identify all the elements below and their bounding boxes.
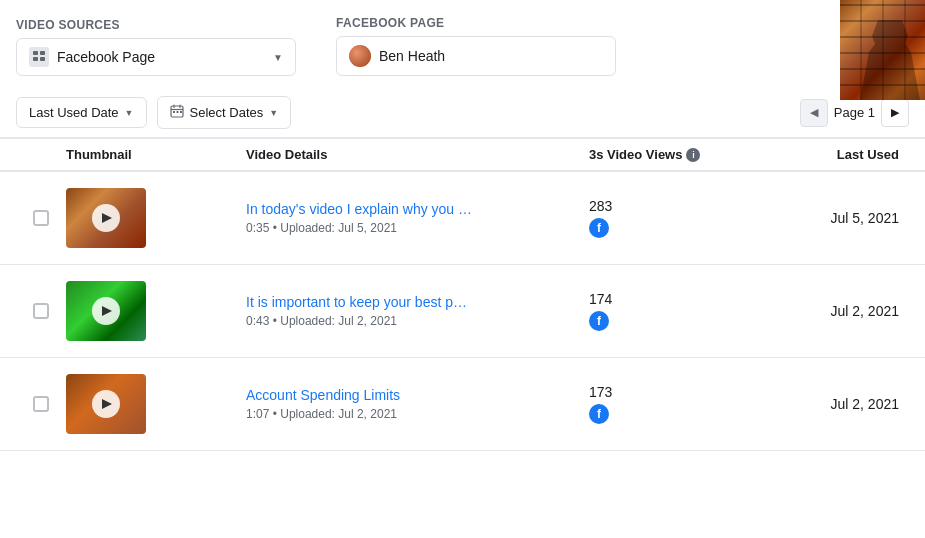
select-dates-arrow: ▼ (269, 108, 278, 118)
row-1-thumbnail-cell (66, 188, 246, 248)
row-3-video-meta: 1:07 • Uploaded: Jul 2, 2021 (246, 407, 569, 421)
table-row: In today's video I explain why you … 0:3… (0, 172, 925, 265)
select-dates-button[interactable]: Select Dates ▼ (157, 96, 292, 129)
row-1-checkbox[interactable] (33, 210, 49, 226)
play-triangle-icon (102, 399, 112, 409)
svg-rect-0 (33, 51, 38, 55)
video-sources-icon (29, 47, 49, 67)
video-sources-dropdown[interactable]: Facebook Page ▼ (16, 38, 296, 76)
table-header: Thumbnail Video Details 3s Video Views i… (0, 137, 925, 172)
col-checkbox (16, 147, 66, 162)
video-sources-label: Video Sources (16, 18, 296, 32)
svg-rect-10 (180, 111, 182, 113)
table-row: Account Spending Limits 1:07 • Uploaded:… (0, 358, 925, 451)
next-page-button[interactable]: ▶ (881, 99, 909, 127)
row-1-views-cell: 283 f (589, 198, 749, 238)
row-1-play-button[interactable] (92, 204, 120, 232)
row-2-video-details: It is important to keep your best p… 0:4… (246, 294, 589, 328)
row-1-thumbnail (66, 188, 146, 248)
prev-page-icon: ◀ (810, 106, 818, 119)
facebook-page-group: Facebook Page Ben Heath (336, 16, 616, 76)
row-3-thumbnail-cell (66, 374, 246, 434)
row-1-video-meta: 0:35 • Uploaded: Jul 5, 2021 (246, 221, 569, 235)
video-sources-value: Facebook Page (57, 49, 265, 65)
video-sources-arrow: ▼ (273, 52, 283, 63)
page-label: Page 1 (834, 105, 875, 120)
row-3-checkbox-cell (16, 396, 66, 412)
svg-rect-9 (176, 111, 178, 113)
table-row: It is important to keep your best p… 0:4… (0, 265, 925, 358)
row-3-play-button[interactable] (92, 390, 120, 418)
select-dates-label: Select Dates (190, 105, 264, 120)
next-page-icon: ▶ (891, 106, 899, 119)
row-3-thumbnail (66, 374, 146, 434)
calendar-icon (170, 104, 184, 121)
row-2-last-used: Jul 2, 2021 (749, 303, 909, 319)
col-3s-views: 3s Video Views i (589, 147, 749, 162)
top-section: Video Sources Facebook Page ▼ Facebook P… (0, 0, 925, 88)
row-3-views-cell: 173 f (589, 384, 749, 424)
col-last-used: Last Used (749, 147, 909, 162)
row-2-video-meta: 0:43 • Uploaded: Jul 2, 2021 (246, 314, 569, 328)
date-filter-arrow: ▼ (125, 108, 134, 118)
play-triangle-icon (102, 306, 112, 316)
pagination: ◀ Page 1 ▶ (800, 99, 909, 127)
date-filter-button[interactable]: Last Used Date ▼ (16, 97, 147, 128)
corner-image (840, 0, 925, 100)
row-2-views-count: 174 (589, 291, 612, 307)
row-2-thumbnail (66, 281, 146, 341)
facebook-page-dropdown[interactable]: Ben Heath (336, 36, 616, 76)
row-1-checkbox-cell (16, 210, 66, 226)
table-body: In today's video I explain why you … 0:3… (0, 172, 925, 451)
svg-rect-1 (40, 51, 45, 55)
row-2-checkbox[interactable] (33, 303, 49, 319)
views-info-icon[interactable]: i (686, 148, 700, 162)
page-avatar (349, 45, 371, 67)
col-thumbnail: Thumbnail (66, 147, 246, 162)
row-1-fb-icon: f (589, 218, 609, 238)
row-3-video-title[interactable]: Account Spending Limits (246, 387, 569, 403)
row-3-video-details: Account Spending Limits 1:07 • Uploaded:… (246, 387, 589, 421)
svg-rect-3 (40, 57, 45, 61)
row-3-last-used: Jul 2, 2021 (749, 396, 909, 412)
facebook-page-value: Ben Heath (379, 48, 445, 64)
row-2-views-cell: 174 f (589, 291, 749, 331)
svg-rect-8 (173, 111, 175, 113)
row-1-video-title[interactable]: In today's video I explain why you … (246, 201, 569, 217)
row-1-video-details: In today's video I explain why you … 0:3… (246, 201, 589, 235)
row-1-views-count: 283 (589, 198, 612, 214)
row-2-checkbox-cell (16, 303, 66, 319)
row-2-fb-icon: f (589, 311, 609, 331)
row-2-play-button[interactable] (92, 297, 120, 325)
col-video-details: Video Details (246, 147, 589, 162)
row-3-fb-icon: f (589, 404, 609, 424)
facebook-page-label: Facebook Page (336, 16, 616, 30)
row-2-thumbnail-cell (66, 281, 246, 341)
date-filter-label: Last Used Date (29, 105, 119, 120)
filter-bar: Last Used Date ▼ Select Dates ▼ ◀ (0, 88, 925, 137)
play-triangle-icon (102, 213, 112, 223)
prev-page-button[interactable]: ◀ (800, 99, 828, 127)
row-2-video-title[interactable]: It is important to keep your best p… (246, 294, 569, 310)
row-1-last-used: Jul 5, 2021 (749, 210, 909, 226)
svg-rect-2 (33, 57, 38, 61)
row-3-checkbox[interactable] (33, 396, 49, 412)
row-3-views-count: 173 (589, 384, 612, 400)
video-sources-group: Video Sources Facebook Page ▼ (16, 18, 296, 76)
